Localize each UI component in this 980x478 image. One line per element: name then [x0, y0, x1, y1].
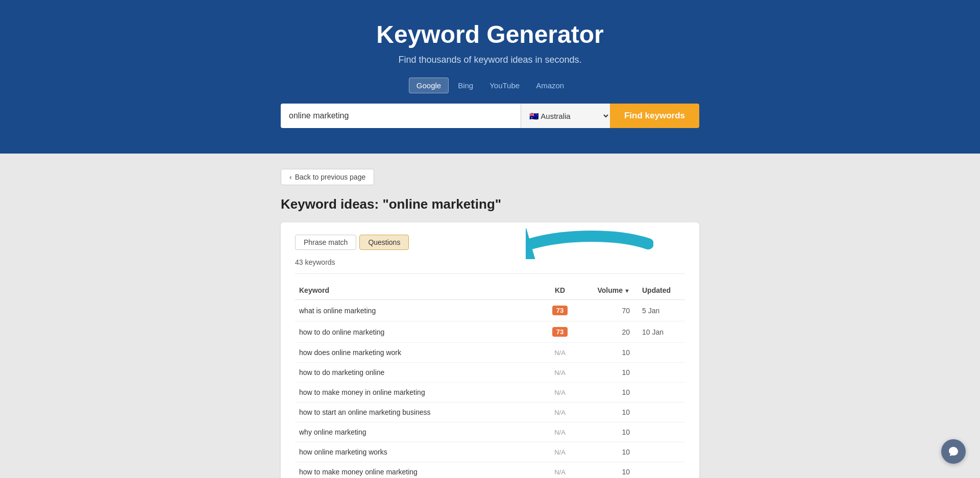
table-row: how to start an online marketing busines… — [295, 402, 685, 422]
keywords-table: Keyword KD Volume Updated what is online… — [295, 281, 685, 478]
table-row: how to make money online marketingN/A10 — [295, 462, 685, 479]
keyword-cell: how to make money online marketing — [295, 462, 537, 479]
chat-bubble-button[interactable] — [941, 439, 966, 464]
volume-cell: 20 — [583, 321, 634, 343]
tab-phrase-match[interactable]: Phrase match — [295, 235, 356, 250]
keyword-cell: how to start an online marketing busines… — [295, 402, 537, 422]
updated-cell — [634, 383, 685, 402]
volume-cell: 10 — [583, 442, 634, 462]
volume-cell: 10 — [583, 363, 634, 383]
col-updated: Updated — [634, 281, 685, 300]
chevron-left-icon: ‹ — [289, 173, 292, 181]
col-keyword: Keyword — [295, 281, 537, 300]
kd-cell: N/A — [537, 383, 583, 402]
updated-cell — [634, 422, 685, 442]
results-title: Keyword ideas: "online marketing" — [281, 196, 699, 212]
engine-tabs: Google Bing YouTube Amazon — [0, 78, 980, 93]
volume-cell: 10 — [583, 383, 634, 402]
table-row: how does online marketing workN/A10 — [295, 343, 685, 363]
table-row: how to do marketing onlineN/A10 — [295, 363, 685, 383]
keyword-cell: how does online marketing work — [295, 343, 537, 363]
kd-cell: N/A — [537, 442, 583, 462]
back-button-label: Back to previous page — [295, 173, 366, 181]
chat-icon — [947, 445, 960, 458]
tab-bing[interactable]: Bing — [451, 78, 480, 93]
keyword-cell: what is online marketing — [295, 300, 537, 321]
kd-cell: N/A — [537, 363, 583, 383]
col-volume: Volume — [583, 281, 634, 300]
kd-cell: N/A — [537, 422, 583, 442]
tab-amazon[interactable]: Amazon — [529, 78, 571, 93]
updated-cell — [634, 442, 685, 462]
tab-questions[interactable]: Questions — [359, 235, 409, 250]
keyword-cell: how to do online marketing — [295, 321, 537, 343]
search-input[interactable] — [281, 104, 521, 128]
header-section: Keyword Generator Find thousands of keyw… — [0, 0, 980, 154]
kd-cell: N/A — [537, 343, 583, 363]
updated-cell: 5 Jan — [634, 300, 685, 321]
page-subtitle: Find thousands of keyword ideas in secon… — [0, 55, 980, 65]
volume-cell: 10 — [583, 343, 634, 363]
keyword-cell: how online marketing works — [295, 442, 537, 462]
kd-cell: 73 — [537, 321, 583, 343]
table-header-row: Keyword KD Volume Updated — [295, 281, 685, 300]
keyword-cell: how to make money in online marketing — [295, 383, 537, 402]
updated-cell — [634, 343, 685, 363]
updated-cell — [634, 402, 685, 422]
updated-cell — [634, 363, 685, 383]
main-content: ‹ Back to previous page Keyword ideas: "… — [281, 154, 699, 478]
tab-google[interactable]: Google — [409, 78, 449, 93]
find-keywords-button[interactable]: Find keywords — [610, 104, 699, 128]
country-select[interactable]: 🇦🇺 Australia 🇺🇸 United States 🇬🇧 United … — [521, 104, 610, 128]
table-row: how to do online marketing732010 Jan — [295, 321, 685, 343]
col-kd: KD — [537, 281, 583, 300]
search-bar: 🇦🇺 Australia 🇺🇸 United States 🇬🇧 United … — [281, 104, 699, 128]
volume-cell: 10 — [583, 402, 634, 422]
volume-cell: 10 — [583, 422, 634, 442]
kd-cell: 73 — [537, 300, 583, 321]
table-row: why online marketingN/A10 — [295, 422, 685, 442]
tab-youtube[interactable]: YouTube — [482, 78, 527, 93]
keyword-cell: how to do marketing online — [295, 363, 537, 383]
updated-cell: 10 Jan — [634, 321, 685, 343]
volume-cell: 70 — [583, 300, 634, 321]
kd-cell: N/A — [537, 402, 583, 422]
updated-cell — [634, 462, 685, 479]
back-button[interactable]: ‹ Back to previous page — [281, 169, 374, 185]
keyword-tabs-container: Phrase match Questions — [295, 235, 685, 250]
volume-cell: 10 — [583, 462, 634, 479]
keyword-cell: why online marketing — [295, 422, 537, 442]
page-main-title: Keyword Generator — [0, 20, 980, 48]
table-row: how online marketing worksN/A10 — [295, 442, 685, 462]
table-row: how to make money in online marketingN/A… — [295, 383, 685, 402]
kd-cell: N/A — [537, 462, 583, 479]
keywords-count: 43 keywords — [295, 258, 685, 274]
results-card: Phrase match Questions 43 keywords Keywo… — [281, 222, 699, 478]
table-row: what is online marketing73705 Jan — [295, 300, 685, 321]
